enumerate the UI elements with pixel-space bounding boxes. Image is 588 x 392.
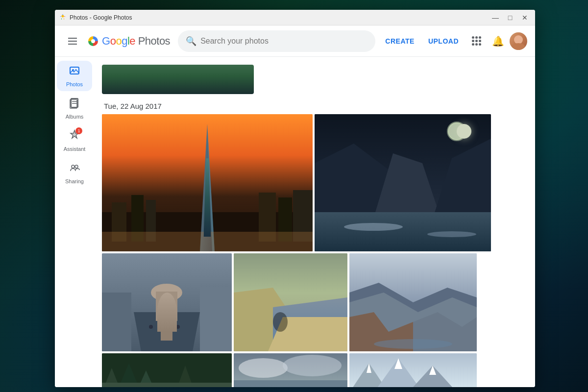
photo-snowy-peaks[interactable] [349, 353, 477, 387]
photo-row-3 [102, 353, 527, 387]
photo-row-2 [102, 253, 527, 351]
close-button[interactable]: ✕ [518, 13, 531, 23]
create-button[interactable]: CREATE [379, 33, 420, 49]
sidebar-photos-label: Photos [66, 81, 83, 87]
svg-point-32 [151, 284, 182, 301]
window-title: Photos - Google Photos [70, 14, 132, 21]
lake-mountains-image [315, 114, 491, 251]
photo-coastal-cliffs[interactable] [234, 253, 347, 351]
svg-rect-34 [161, 321, 172, 341]
svg-point-50 [374, 339, 452, 349]
photo-lake-mountains[interactable] [315, 114, 491, 251]
assistant-icon: 1 [69, 129, 80, 144]
logo-text: Google Photos [102, 35, 170, 48]
sidebar-item-photos[interactable]: Photos [57, 61, 92, 91]
photo-forest-mountains[interactable] [102, 353, 232, 387]
svg-point-8 [72, 165, 74, 168]
top-strip-image [102, 65, 254, 94]
content-area: Tue, 22 Aug 2017 [94, 57, 535, 387]
search-input[interactable] [200, 37, 368, 46]
upload-button[interactable]: UPLOAD [422, 33, 465, 49]
sidebar-sharing-label: Sharing [65, 178, 84, 184]
main-layout: Photos Albums [55, 57, 535, 387]
header-actions: CREATE UPLOAD 🔔 [379, 31, 527, 51]
app-header: Google Photos 🔍 CREATE UPLOAD 🔔 [55, 25, 535, 57]
sidebar-item-sharing[interactable]: Sharing [57, 158, 92, 188]
snowy-peaks-image [349, 353, 477, 387]
svg-rect-2 [70, 67, 79, 74]
london-shard-image [102, 114, 313, 251]
svg-point-44 [273, 312, 288, 332]
svg-point-0 [62, 15, 64, 17]
badge-count: 1 [75, 127, 82, 134]
photo-cloudy-seascape[interactable] [234, 353, 347, 387]
svg-point-1 [91, 39, 95, 43]
hamburger-icon [68, 38, 77, 45]
svg-rect-36 [200, 288, 232, 351]
svg-point-38 [159, 327, 163, 331]
forest-mountains-image [102, 353, 232, 387]
sidebar-albums-label: Albums [66, 114, 84, 120]
svg-rect-61 [234, 380, 347, 387]
title-bar: Photos - Google Photos — □ ✕ [55, 10, 535, 25]
svg-point-37 [149, 325, 153, 329]
logo: Google Photos [86, 34, 170, 48]
title-bar-left: Photos - Google Photos [59, 14, 132, 22]
svg-rect-33 [156, 292, 177, 321]
st-pauls-image [102, 253, 232, 351]
menu-button[interactable] [63, 31, 82, 51]
date-header: Tue, 22 Aug 2017 [102, 102, 527, 110]
svg-rect-35 [102, 293, 131, 351]
photos-icon [69, 65, 80, 79]
clouds-image [234, 353, 347, 387]
maximize-button[interactable]: □ [504, 13, 516, 23]
search-icon: 🔍 [186, 36, 196, 47]
app-window: Photos - Google Photos — □ ✕ Google P [55, 10, 535, 387]
photos-logo-icon [86, 34, 100, 48]
photo-london-shard[interactable] [102, 114, 313, 251]
minimize-button[interactable]: — [489, 13, 502, 23]
sidebar-assistant-label: Assistant [64, 146, 86, 152]
photo-st-pauls[interactable] [102, 253, 232, 351]
apps-grid-icon [472, 36, 481, 46]
photo-row-1 [102, 114, 527, 251]
sidebar-item-assistant[interactable]: 1 Assistant [57, 125, 92, 156]
coastal-cliffs-image [234, 253, 347, 351]
svg-point-27 [427, 231, 476, 237]
sidebar-item-albums[interactable]: Albums [57, 93, 92, 123]
top-strip-photo[interactable] [102, 65, 254, 94]
title-bar-controls: — □ ✕ [489, 13, 531, 23]
sidebar: Photos Albums [55, 57, 94, 387]
app-icon [59, 14, 67, 22]
photo-blue-mountains[interactable] [349, 253, 477, 351]
sharing-icon [69, 162, 80, 176]
avatar-image [510, 32, 527, 50]
svg-rect-57 [102, 383, 232, 387]
albums-icon [69, 97, 80, 112]
blue-mountains-image [349, 253, 477, 351]
bell-icon: 🔔 [492, 35, 504, 47]
svg-point-26 [344, 223, 403, 231]
svg-point-59 [239, 358, 288, 378]
account-button[interactable] [510, 32, 527, 50]
apps-button[interactable] [466, 31, 486, 51]
svg-point-39 [176, 325, 180, 329]
notifications-button[interactable]: 🔔 [488, 31, 508, 51]
search-bar[interactable]: 🔍 [178, 30, 375, 52]
svg-point-9 [75, 165, 78, 168]
svg-rect-20 [102, 232, 313, 251]
svg-point-60 [283, 355, 342, 376]
